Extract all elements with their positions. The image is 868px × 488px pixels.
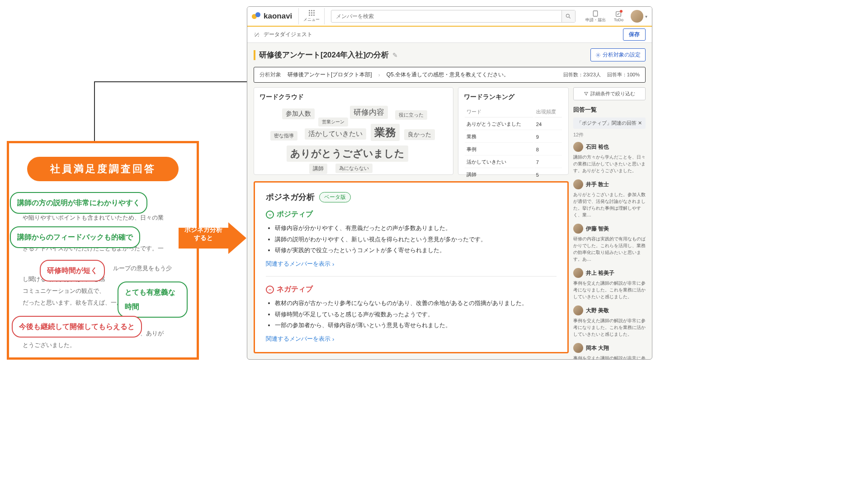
page-title: 研修後アンケート[2024年入社]の分析 (259, 50, 389, 60)
svg-line-2 (569, 17, 571, 19)
answers-title: 回答一覧 (573, 106, 646, 114)
wc-word[interactable]: 為にならない (335, 164, 373, 173)
chevron-right-icon: › (378, 72, 380, 78)
close-icon[interactable]: ✕ (638, 120, 642, 126)
answer-item[interactable]: 井上 裕美子事例を交えた講師の解説が非常に参考になりました。これを業務に活かして… (573, 268, 646, 300)
answer-item[interactable]: 大野 美敬事例を交えた講師の解説が非常に参考になりました。これを業務に活かしてい… (573, 305, 646, 338)
chevron-right-icon: › (332, 336, 334, 343)
tag-negative-2: 今後も継続して開催してもらえると (12, 316, 142, 338)
answer-filter-chip[interactable]: 「ポジティブ」関連の回答✕ (573, 117, 646, 129)
breadcrumb: データダイジェスト (264, 31, 312, 38)
svg-point-5 (598, 54, 599, 56)
search-button[interactable] (561, 10, 575, 22)
answer-text: ありがとうございました。参加人数が適切で、活発な討論がなされました。挙げられた事… (573, 191, 646, 218)
avatar (573, 268, 583, 278)
answer-item[interactable]: 岡本 大翔事例を交えた講師の解説が非常に参考になりました。これを業務に活かしてい… (573, 343, 646, 360)
answer-item[interactable]: 井手 敦士ありがとうございました。参加人数が適切で、活発な討論がなされました。挙… (573, 179, 646, 218)
answer-text: 事例を交えた講師の解説が非常に参考になりました。これを業務に活かしていきたいと感… (573, 355, 646, 360)
table-row: ありがとうございました24 (465, 118, 562, 130)
arrow-label: ポジネガ分析すると (184, 226, 222, 242)
smile-icon: ⌣ (266, 211, 274, 219)
answer-count: 12件 (573, 131, 646, 138)
list-item: 一部の参加者から、研修内容が薄いという意見も寄せられました。 (275, 320, 557, 331)
avatar (573, 179, 583, 189)
avatar[interactable] (631, 10, 643, 23)
answer-name: 岡本 大翔 (586, 344, 609, 352)
wc-word[interactable]: 業務 (371, 124, 400, 141)
title-row: 研修後アンケート[2024年入社]の分析 ✎ 分析対象の設定 (247, 43, 652, 67)
list-item: 教材の内容が古かったり参考にならないものがあり、改善の余地があるとの指摘がありま… (275, 298, 557, 309)
wordcloud-title: ワードクラウド (259, 93, 448, 101)
negative-list: 教材の内容が古かったり参考にならないものがあり、改善の余地があるとの指摘がありま… (266, 298, 557, 331)
answer-item[interactable]: 石田 裕也講師の方々から学んだことを、日々の業務に活かしていきたいと思います。あ… (573, 142, 646, 174)
divider (266, 276, 557, 277)
show-negative-members-link[interactable]: 関連するメンバーを表示 › (266, 335, 557, 343)
answer-item[interactable]: 伊藤 智美研修の内容は実践的で有用なものばかりでした。これらを活用し、業務の効率… (573, 224, 646, 263)
sidebar: 詳細条件で絞り込む 回答一覧 「ポジティブ」関連の回答✕ 12件 石田 裕也講師… (573, 87, 646, 360)
logo[interactable]: kaonavi (252, 11, 292, 21)
wc-word[interactable]: 役に立った (395, 110, 427, 120)
search-icon (565, 13, 571, 19)
shinsei-button[interactable]: 申請・届出 (582, 9, 609, 24)
menu-button[interactable]: メニュー (298, 8, 325, 24)
list-item: 研修時間が不足していると感じる声が複数あったようです。 (275, 309, 557, 320)
wc-word[interactable]: 密な指導 (270, 131, 297, 141)
app-window: kaonavi メニュー 申請・届出 ToDo ▾ (247, 6, 652, 360)
svg-point-1 (566, 14, 570, 17)
list-item: 研修内容が分かりやすく、有意義だったとの声が多数ありました。 (275, 223, 557, 234)
analysis-settings-button[interactable]: 分析対象の設定 (590, 48, 646, 61)
wc-word[interactable]: ありがとうございました (287, 145, 408, 162)
wc-word[interactable]: 良かった (404, 129, 435, 140)
target-label: 分析対象 (259, 71, 281, 79)
answer-text: 事例を交えた講師の解説が非常に参考になりました。これを業務に活かしていきたいと感… (573, 280, 646, 300)
answer-count: 回答数：23/23人 (563, 71, 601, 78)
show-positive-members-link[interactable]: 関連するメンバーを表示 › (266, 260, 557, 268)
answer-text: 研修の内容は実践的で有用なものばかりでした。これらを活用し、業務の効率化に取り組… (573, 235, 646, 263)
wc-word[interactable]: 参加人数 (282, 108, 315, 119)
wc-word[interactable]: 研修内容 (350, 106, 388, 119)
sub-header: データダイジェスト 保存 (247, 27, 652, 43)
survey-answer-card: 社員満足度調査回答 講師の方の説明が非常にわかりやすく や陥りやすいポイントも含… (7, 141, 199, 360)
document-icon (592, 10, 599, 17)
tag-positive-1: 講師の方の説明が非常にわかりやすく (10, 192, 147, 214)
logo-icon (252, 11, 262, 21)
table-row: 活かしていきたい7 (465, 156, 562, 168)
posnega-panel: ポジネガ分析 ベータ版 ⌣ ポジティブ 研修内容が分かりやすく、有意義だったとの… (254, 181, 569, 353)
positive-heading: ⌣ ポジティブ (266, 210, 557, 219)
list-item: 講師の説明がわかりやすく、新しい視点を得られたという意見が多かったです。 (275, 234, 557, 245)
beta-badge: ベータ版 (319, 192, 351, 202)
wc-word[interactable]: 営業シーン (318, 117, 348, 127)
posnega-title: ポジネガ分析 (266, 192, 315, 202)
answer-name: 石田 裕也 (586, 143, 609, 151)
table-row: 講師5 (465, 169, 562, 181)
avatar (573, 343, 583, 353)
edit-icon[interactable]: ✎ (392, 52, 398, 59)
search-input-wrap (331, 10, 576, 23)
answer-name: 大野 美敬 (586, 307, 609, 314)
search-input[interactable] (331, 13, 561, 19)
todo-button[interactable]: ToDo (610, 9, 627, 23)
filter-button[interactable]: 詳細条件で絞り込む (573, 87, 646, 100)
chevron-down-icon[interactable]: ▾ (645, 14, 647, 19)
wc-word[interactable]: 講師 (309, 164, 327, 174)
ranking-panel: ワードランキング ワード出現頻度 ありがとうございました24 業務9 事例8 活… (458, 87, 569, 175)
crumb-1[interactable]: 研修後アンケート[プロダクト本部] (288, 71, 372, 79)
tag-positive-3: とても有意義な時間 (118, 282, 188, 318)
answer-text: 事例を交えた講師の解説が非常に参考になりました。これを業務に活かしていきたいと感… (573, 317, 646, 338)
analysis-target-row: 分析対象 研修後アンケート[プロダクト本部] › Q5.全体を通しての感想・意見… (254, 67, 646, 83)
top-bar: kaonavi メニュー 申請・届出 ToDo ▾ (247, 7, 652, 27)
svg-rect-3 (594, 11, 598, 16)
wc-word[interactable]: 活かしていきたい (305, 128, 366, 140)
answer-name: 伊藤 智美 (586, 225, 609, 233)
frown-icon: ⌢ (266, 286, 274, 294)
grid-icon (309, 10, 315, 16)
wordcloud-panel: ワードクラウド 参加人数 研修内容 役に立った 営業シーン 密な指導 活かしてい… (254, 87, 453, 175)
answer-name: 井上 裕美子 (586, 269, 614, 277)
positive-list: 研修内容が分かりやすく、有意義だったとの声が多数ありました。 講師の説明がわかり… (266, 223, 557, 256)
crumb-2[interactable]: Q5.全体を通しての感想・意見を教えてください。 (387, 71, 509, 79)
gear-icon (595, 52, 601, 58)
tag-negative-1: 研修時間が短く (40, 260, 105, 282)
list-item: 研修が実践的で役立ったというコメントが多く寄せられました。 (275, 245, 557, 256)
answer-name: 井手 敦士 (586, 181, 609, 188)
save-button[interactable]: 保存 (623, 28, 646, 41)
